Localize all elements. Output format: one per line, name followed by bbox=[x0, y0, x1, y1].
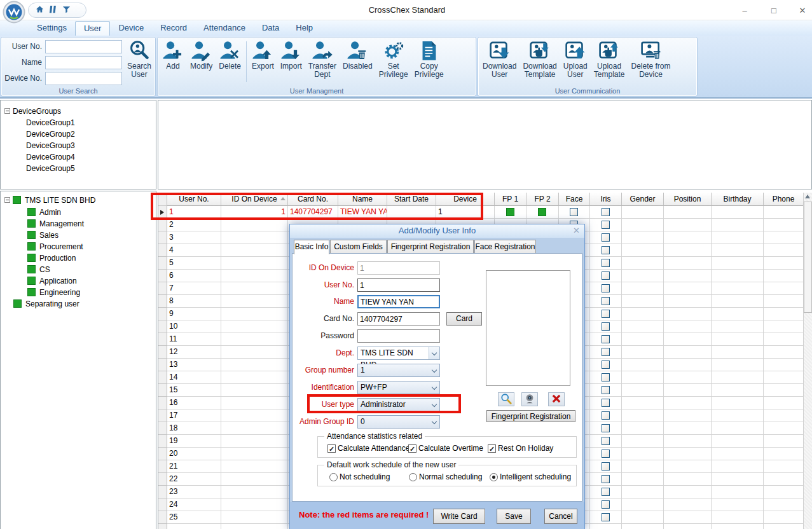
checkbox-calculate-attendance[interactable]: ✓Calculate Attendance bbox=[327, 444, 409, 453]
status-checkbox[interactable] bbox=[602, 399, 610, 407]
menu-tab-attendance[interactable]: Attendance bbox=[195, 21, 254, 36]
tree-item-devicegroup3[interactable]: DeviceGroup3 bbox=[26, 140, 75, 151]
menu-tab-record[interactable]: Record bbox=[152, 21, 195, 36]
status-checkbox[interactable] bbox=[602, 297, 610, 305]
id-on-device-input[interactable] bbox=[357, 261, 440, 275]
menu-tab-settings[interactable]: Settings bbox=[29, 21, 75, 36]
radio-not-scheduling[interactable]: Not scheduling bbox=[329, 472, 390, 481]
checkbox-calculate-overtime[interactable]: ✓Calculate Overtime bbox=[408, 444, 483, 453]
radio-normal-scheduling[interactable]: Normal scheduling bbox=[409, 472, 482, 481]
status-checkbox[interactable] bbox=[602, 322, 610, 331]
user-no--input[interactable] bbox=[357, 278, 440, 292]
close-button[interactable]: ✕ bbox=[792, 3, 812, 18]
tree-item-devicegroup2[interactable]: DeviceGroup2 bbox=[26, 128, 75, 139]
delete-from-device-button[interactable]: Delete from Device bbox=[628, 39, 673, 79]
column-header-phone[interactable]: Phone bbox=[764, 193, 804, 206]
radio-intelligent-scheduling[interactable]: Intelligent scheduling bbox=[490, 472, 571, 481]
column-header-card-no-[interactable]: Card No. bbox=[288, 193, 338, 206]
column-header-start-date[interactable]: Start Date bbox=[387, 193, 436, 206]
delete-button[interactable]: Delete bbox=[216, 39, 244, 71]
device-no--search-input[interactable] bbox=[45, 72, 122, 85]
status-checkbox[interactable] bbox=[602, 462, 610, 471]
vertical-scrollbar[interactable] bbox=[803, 193, 812, 529]
tree-item-procurement[interactable]: Procurement bbox=[27, 241, 83, 252]
status-checkbox[interactable] bbox=[602, 208, 610, 216]
tree-item-management[interactable]: Management bbox=[27, 218, 84, 229]
menu-tab-user[interactable]: User bbox=[75, 21, 110, 36]
tree-item-production[interactable]: Production bbox=[27, 252, 76, 263]
tree-expander-icon[interactable] bbox=[4, 108, 10, 114]
tree-item-application[interactable]: Application bbox=[27, 275, 77, 286]
column-header-face[interactable]: Face bbox=[559, 193, 590, 206]
save-button[interactable]: Save bbox=[497, 509, 531, 524]
tree-item-devicegroup4[interactable]: DeviceGroup4 bbox=[26, 151, 75, 162]
maximize-button[interactable]: □ bbox=[763, 3, 785, 18]
copy-privilege-button[interactable]: Copy Privilege bbox=[411, 39, 447, 79]
status-checkbox[interactable] bbox=[602, 348, 610, 356]
status-checkbox[interactable] bbox=[602, 284, 610, 292]
tree-item-devicegroup1[interactable]: DeviceGroup1 bbox=[26, 117, 75, 128]
tree-item-cs[interactable]: CS bbox=[27, 264, 50, 275]
delete-photo-button[interactable] bbox=[548, 392, 565, 406]
column-header-id-on-device[interactable]: ID On Device bbox=[221, 193, 288, 206]
group-number-select[interactable]: 1 bbox=[357, 364, 440, 377]
write-card-button[interactable]: Write Card bbox=[433, 509, 485, 524]
status-checkbox[interactable] bbox=[602, 411, 610, 420]
password-input[interactable] bbox=[357, 329, 440, 343]
status-checkbox[interactable] bbox=[602, 475, 610, 483]
dialog-tab-basic-info[interactable]: Basic Info bbox=[294, 240, 329, 254]
status-checkbox[interactable] bbox=[602, 386, 610, 394]
menu-tab-help[interactable]: Help bbox=[287, 21, 321, 36]
column-header-user-no-[interactable]: User No. bbox=[167, 193, 221, 206]
column-header-gender[interactable]: Gender bbox=[622, 193, 664, 206]
card-button[interactable]: Card bbox=[446, 312, 482, 326]
bookmarks-icon[interactable] bbox=[48, 4, 58, 16]
identification-select[interactable]: PW+FP bbox=[357, 381, 440, 394]
status-checkbox[interactable] bbox=[602, 488, 610, 496]
modify-button[interactable]: Modify bbox=[187, 39, 216, 71]
dialog-tab-custom-fields[interactable]: Custom Fields bbox=[330, 240, 387, 253]
column-header-iris[interactable]: Iris bbox=[590, 193, 622, 206]
user-type-select[interactable]: Administrator bbox=[357, 398, 440, 411]
status-checkbox[interactable] bbox=[602, 271, 610, 280]
cancel-button[interactable]: Cancel bbox=[544, 509, 577, 524]
dialog-tab-face-registration[interactable]: Face Registration bbox=[474, 240, 536, 253]
status-checkbox[interactable] bbox=[602, 259, 610, 267]
tree-item-separating-user[interactable]: Separating user bbox=[13, 298, 79, 309]
status-checkbox[interactable] bbox=[602, 335, 610, 343]
tree-item-devicegroups[interactable]: DeviceGroups bbox=[4, 106, 61, 116]
set-privilege-button[interactable]: Set Privilege bbox=[376, 39, 411, 79]
checkbox-rest-on-holiday[interactable]: ✓Rest On Holiday bbox=[488, 444, 553, 453]
upload-user-button[interactable]: Upload User bbox=[560, 39, 591, 79]
home-icon[interactable] bbox=[35, 4, 45, 16]
tree-item-tms-lite-sdn-bhd[interactable]: TMS LITE SDN BHD bbox=[4, 195, 95, 205]
fingerprint-registration-button[interactable]: Fingerprint Registration bbox=[486, 410, 575, 422]
filter-icon[interactable] bbox=[62, 4, 71, 16]
status-checkbox[interactable] bbox=[602, 233, 610, 242]
menu-tab-device[interactable]: Device bbox=[110, 21, 152, 36]
transfer-dept-button[interactable]: Transfer Dept bbox=[305, 39, 340, 79]
import-button[interactable]: Import bbox=[277, 39, 305, 71]
column-header-name[interactable]: Name bbox=[338, 193, 387, 206]
column-header-device[interactable]: Device bbox=[436, 193, 495, 206]
upload-template-button[interactable]: Upload Template bbox=[591, 39, 628, 79]
status-checkbox[interactable] bbox=[602, 361, 610, 369]
status-checkbox[interactable] bbox=[602, 246, 610, 254]
scrollbar-thumb[interactable] bbox=[804, 202, 812, 313]
status-checkbox[interactable] bbox=[602, 450, 610, 458]
tree-expander-icon[interactable] bbox=[4, 197, 10, 203]
tree-item-devicegroup5[interactable]: DeviceGroup5 bbox=[26, 163, 75, 174]
name-input[interactable] bbox=[357, 295, 440, 308]
status-checkbox[interactable] bbox=[602, 310, 610, 318]
card-no--input[interactable] bbox=[357, 312, 440, 326]
download-user-button[interactable]: Download User bbox=[479, 39, 520, 79]
tree-item-engineering[interactable]: Engineering bbox=[27, 287, 80, 298]
status-checkbox[interactable] bbox=[570, 208, 578, 216]
status-checkbox[interactable] bbox=[602, 424, 610, 432]
webcam-button[interactable] bbox=[521, 392, 538, 406]
download-template-button[interactable]: Download Template bbox=[520, 39, 560, 79]
status-checkbox[interactable] bbox=[602, 500, 610, 509]
user-no--search-input[interactable] bbox=[45, 40, 122, 53]
column-header-position[interactable]: Position bbox=[664, 193, 712, 206]
tree-item-sales[interactable]: Sales bbox=[27, 230, 58, 240]
